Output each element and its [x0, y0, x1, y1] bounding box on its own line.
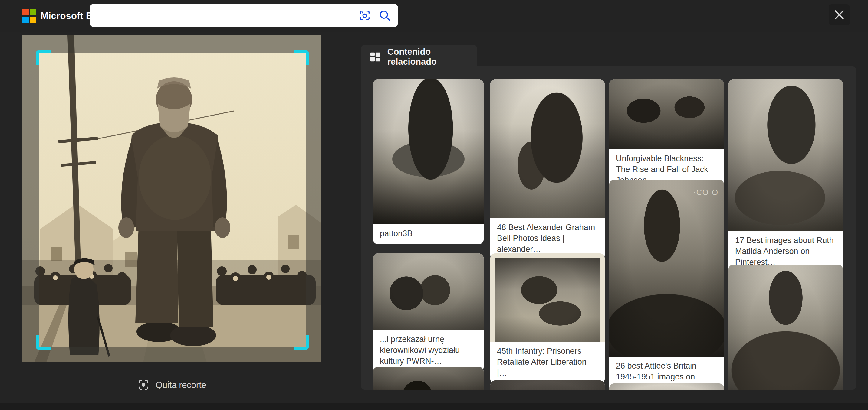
- result-thumbnail: [728, 79, 843, 231]
- crop-handle-bottom-left[interactable]: [36, 335, 51, 349]
- crop-handle-bottom-right[interactable]: [294, 335, 309, 349]
- source-image-crop-area[interactable]: [22, 35, 321, 362]
- result-thumbnail: [373, 253, 484, 330]
- search-box: [90, 4, 398, 27]
- top-bar: Microsoft Bing: [0, 0, 868, 32]
- remove-crop-button[interactable]: Quita recorte: [22, 375, 321, 395]
- crop-dim-overlay-right: [306, 53, 321, 347]
- result-thumbnail: [373, 79, 484, 224]
- tab-related-content[interactable]: Contenido relacionado: [361, 45, 477, 69]
- microsoft-logo-icon: [22, 9, 36, 23]
- source-photo-illustration: [22, 35, 321, 362]
- related-result-card[interactable]: [728, 265, 843, 390]
- crop-dim-overlay-top: [22, 35, 321, 53]
- visual-search-icon[interactable]: [357, 7, 373, 23]
- visual-search-overlay: Microsoft Bing: [0, 0, 868, 410]
- result-thumbnail: [490, 79, 605, 218]
- crop-frame-icon: [137, 378, 150, 391]
- result-thumbnail: [609, 383, 724, 390]
- grid-collage-icon: [370, 51, 381, 63]
- related-result-card[interactable]: [490, 380, 605, 390]
- result-caption: patton3B: [373, 224, 484, 244]
- result-thumbnail: ·CO-O: [609, 180, 724, 357]
- related-result-card[interactable]: ·CO-O 26 best Attlee's Britain 1945-1951…: [609, 180, 724, 390]
- crop-handle-top-left[interactable]: [36, 50, 51, 65]
- result-thumbnail: [373, 367, 484, 390]
- crop-dim-overlay-bottom: [22, 347, 321, 362]
- related-result-card[interactable]: ...i przekazał urnę kierownikowi wydział…: [373, 253, 484, 372]
- related-content-panel: patton3B ...i przekazał urnę kierownikow…: [361, 66, 857, 390]
- related-result-card[interactable]: 17 Best images about Ruth Matilda Anders…: [728, 79, 843, 273]
- crop-handle-top-right[interactable]: [294, 50, 309, 65]
- related-result-card[interactable]: [609, 383, 724, 390]
- search-input[interactable]: [90, 4, 357, 27]
- result-thumbnail: [728, 265, 843, 390]
- related-result-card[interactable]: 48 Best Alexander Graham Bell Photos ide…: [490, 79, 605, 260]
- search-icon[interactable]: [377, 7, 393, 23]
- thumbnail-embedded-text: ·CO-O: [693, 188, 718, 197]
- result-caption: 45th Infantry: Prisoners Retaliate After…: [490, 342, 605, 384]
- result-caption: ...i przekazał urnę kierownikowi wydział…: [373, 330, 484, 372]
- related-result-card[interactable]: patton3B: [373, 79, 484, 244]
- remove-crop-label: Quita recorte: [156, 380, 207, 390]
- crop-dim-overlay-left: [22, 53, 39, 347]
- close-icon[interactable]: [829, 4, 850, 25]
- result-thumbnail: [495, 258, 600, 342]
- result-thumbnail: [609, 79, 724, 149]
- related-result-card[interactable]: [373, 367, 484, 390]
- related-result-card[interactable]: Unforgivable Blackness: The Rise and Fal…: [609, 79, 724, 191]
- tab-related-content-label: Contenido relacionado: [388, 47, 477, 67]
- related-result-card[interactable]: 45th Infantry: Prisoners Retaliate After…: [490, 253, 605, 384]
- page-bottom-strip: [0, 403, 868, 410]
- result-thumbnail: [490, 380, 605, 390]
